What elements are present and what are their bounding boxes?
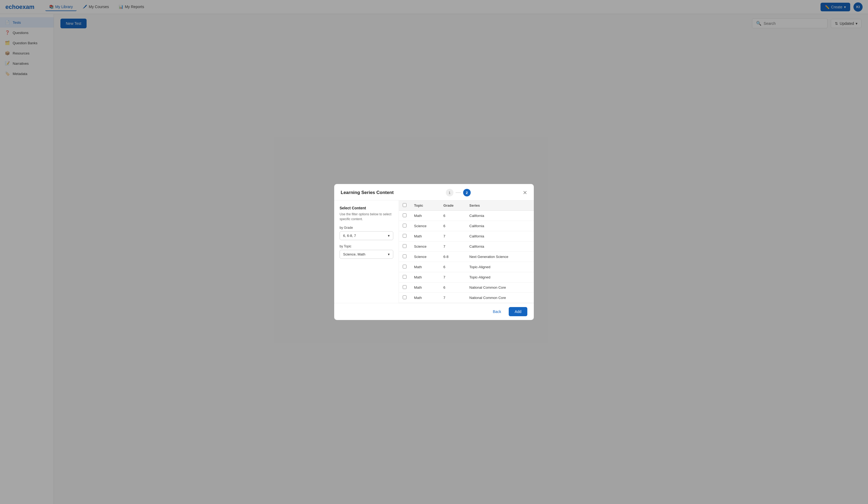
row-grade: 6	[440, 262, 466, 272]
back-button[interactable]: Back	[488, 307, 506, 316]
row-checkbox-cell	[399, 221, 410, 231]
row-checkbox-cell	[399, 231, 410, 241]
modal-title: Learning Series Content	[341, 190, 394, 195]
table-row: Math 7 Topic-Aligned	[399, 272, 534, 282]
modal: Learning Series Content 1 2 ✕ Select Con…	[334, 184, 534, 320]
row-grade: 7	[440, 231, 466, 241]
row-checkbox-4[interactable]	[403, 255, 406, 258]
row-grade: 6	[440, 211, 466, 221]
topic-filter-section: by Topic Science, Math ▾	[340, 245, 393, 259]
th-grade: Grade	[440, 200, 466, 211]
table-row: Math 7 California	[399, 231, 534, 241]
grade-chevron-icon: ▾	[388, 234, 390, 238]
topic-chevron-icon: ▾	[388, 252, 390, 256]
row-checkbox-2[interactable]	[403, 234, 406, 238]
row-checkbox-cell	[399, 293, 410, 303]
row-checkbox-cell	[399, 241, 410, 252]
grade-filter-select[interactable]: 6, 6-8, 7 ▾	[340, 231, 393, 240]
row-topic: Math	[410, 282, 440, 293]
row-checkbox-7[interactable]	[403, 285, 406, 289]
row-series: California	[466, 221, 534, 231]
table-row: Math 7 National Common Core	[399, 293, 534, 303]
row-checkbox-6[interactable]	[403, 275, 406, 279]
row-topic: Science	[410, 252, 440, 262]
row-checkbox-5[interactable]	[403, 265, 406, 268]
row-series: National Common Core	[466, 293, 534, 303]
th-series: Series	[466, 200, 534, 211]
row-series: Topic-Aligned	[466, 272, 534, 282]
row-series: National Common Core	[466, 282, 534, 293]
row-checkbox-8[interactable]	[403, 296, 406, 299]
row-checkbox-0[interactable]	[403, 214, 406, 217]
th-topic: Topic	[410, 200, 440, 211]
row-checkbox-1[interactable]	[403, 224, 406, 227]
table-row: Math 6 California	[399, 211, 534, 221]
row-checkbox-cell	[399, 282, 410, 293]
topic-filter-label: by Topic	[340, 245, 393, 248]
row-grade: 6	[440, 282, 466, 293]
table-header: Topic Grade Series	[399, 200, 534, 211]
row-checkbox-cell	[399, 252, 410, 262]
th-checkbox	[399, 200, 410, 211]
row-topic: Math	[410, 211, 440, 221]
modal-close-button[interactable]: ✕	[523, 190, 527, 195]
row-topic: Science	[410, 221, 440, 231]
row-series: Topic-Aligned	[466, 262, 534, 272]
table-row: Science 6 California	[399, 221, 534, 231]
modal-footer: Back Add	[334, 303, 534, 320]
row-checkbox-cell	[399, 262, 410, 272]
step-line	[456, 192, 461, 193]
step-2: 2	[463, 189, 471, 196]
modal-left-panel: Select Content Use the filter options be…	[334, 200, 399, 303]
table-row: Science 7 California	[399, 241, 534, 252]
topic-filter-select[interactable]: Science, Math ▾	[340, 250, 393, 259]
content-table: Topic Grade Series Math 6 California Sci…	[399, 200, 534, 303]
table-row: Math 6 National Common Core	[399, 282, 534, 293]
row-checkbox-cell	[399, 211, 410, 221]
row-series: Next Generation Science	[466, 252, 534, 262]
row-grade: 6	[440, 221, 466, 231]
step-1: 1	[446, 189, 453, 196]
panel-title: Select Content	[340, 206, 393, 210]
step-indicator: 1 2	[446, 189, 471, 196]
select-all-checkbox[interactable]	[403, 203, 406, 207]
row-checkbox-cell	[399, 272, 410, 282]
modal-overlay: Learning Series Content 1 2 ✕ Select Con…	[0, 0, 868, 504]
row-checkbox-3[interactable]	[403, 244, 406, 248]
row-series: California	[466, 211, 534, 221]
row-grade: 7	[440, 241, 466, 252]
modal-header: Learning Series Content 1 2 ✕	[334, 184, 534, 200]
row-grade: 7	[440, 293, 466, 303]
row-series: California	[466, 231, 534, 241]
row-topic: Math	[410, 231, 440, 241]
modal-right-panel: Topic Grade Series Math 6 California Sci…	[399, 200, 534, 303]
add-button[interactable]: Add	[509, 307, 527, 316]
panel-description: Use the filter options below to select s…	[340, 212, 393, 222]
grade-filter-section: by Grade 6, 6-8, 7 ▾	[340, 226, 393, 240]
grade-filter-label: by Grade	[340, 226, 393, 229]
row-topic: Math	[410, 293, 440, 303]
row-grade: 6-8	[440, 252, 466, 262]
modal-body: Select Content Use the filter options be…	[334, 200, 534, 303]
table-row: Science 6-8 Next Generation Science	[399, 252, 534, 262]
row-topic: Math	[410, 262, 440, 272]
row-series: California	[466, 241, 534, 252]
row-topic: Science	[410, 241, 440, 252]
table-body: Math 6 California Science 6 California M…	[399, 211, 534, 303]
row-grade: 7	[440, 272, 466, 282]
row-topic: Math	[410, 272, 440, 282]
table-row: Math 6 Topic-Aligned	[399, 262, 534, 272]
